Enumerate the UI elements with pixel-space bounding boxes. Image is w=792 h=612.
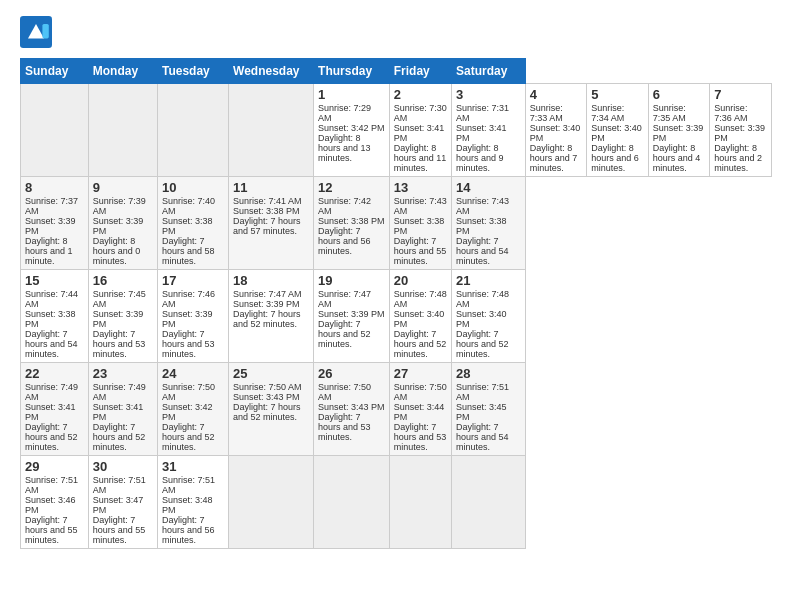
calendar-cell-day-22: 22Sunrise: 7:49 AMSunset: 3:41 PMDayligh… [21, 363, 89, 456]
calendar-cell-day-28: 28Sunrise: 7:51 AMSunset: 3:45 PMDayligh… [452, 363, 526, 456]
calendar-week-4: 22Sunrise: 7:49 AMSunset: 3:41 PMDayligh… [21, 363, 772, 456]
calendar-week-2: 8Sunrise: 7:37 AMSunset: 3:39 PMDaylight… [21, 177, 772, 270]
calendar-cell-day-1: 1Sunrise: 7:29 AMSunset: 3:42 PMDaylight… [314, 84, 390, 177]
header-day-monday: Monday [88, 59, 157, 84]
calendar-body: 1Sunrise: 7:29 AMSunset: 3:42 PMDaylight… [21, 84, 772, 549]
page: SundayMondayTuesdayWednesdayThursdayFrid… [0, 0, 792, 612]
calendar-cell-day-24: 24Sunrise: 7:50 AMSunset: 3:42 PMDayligh… [157, 363, 228, 456]
calendar-cell-day-21: 21Sunrise: 7:48 AMSunset: 3:40 PMDayligh… [452, 270, 526, 363]
calendar-cell-day-29: 29Sunrise: 7:51 AMSunset: 3:46 PMDayligh… [21, 456, 89, 549]
calendar-header-row: SundayMondayTuesdayWednesdayThursdayFrid… [21, 59, 772, 84]
calendar-cell-day-25: 25Sunrise: 7:50 AMSunset: 3:43 PMDayligh… [229, 363, 314, 456]
empty-cell [452, 456, 526, 549]
calendar-cell-day-6: 6Sunrise: 7:35 AMSunset: 3:39 PMDaylight… [648, 84, 710, 177]
calendar-cell-day-23: 23Sunrise: 7:49 AMSunset: 3:41 PMDayligh… [88, 363, 157, 456]
header [20, 16, 772, 48]
header-day-tuesday: Tuesday [157, 59, 228, 84]
calendar-cell-day-7: 7Sunrise: 7:36 AMSunset: 3:39 PMDaylight… [710, 84, 772, 177]
empty-cell [389, 456, 451, 549]
calendar-cell-day-4: 4Sunrise: 7:33 AMSunset: 3:40 PMDaylight… [525, 84, 587, 177]
empty-cell [229, 84, 314, 177]
calendar-cell-day-2: 2Sunrise: 7:30 AMSunset: 3:41 PMDaylight… [389, 84, 451, 177]
empty-cell [314, 456, 390, 549]
calendar-week-3: 15Sunrise: 7:44 AMSunset: 3:38 PMDayligh… [21, 270, 772, 363]
calendar-cell-day-30: 30Sunrise: 7:51 AMSunset: 3:47 PMDayligh… [88, 456, 157, 549]
calendar-cell-day-18: 18Sunrise: 7:47 AMSunset: 3:39 PMDayligh… [229, 270, 314, 363]
calendar-cell-day-16: 16Sunrise: 7:45 AMSunset: 3:39 PMDayligh… [88, 270, 157, 363]
calendar-cell-day-13: 13Sunrise: 7:43 AMSunset: 3:38 PMDayligh… [389, 177, 451, 270]
empty-cell [229, 456, 314, 549]
calendar-cell-day-26: 26Sunrise: 7:50 AMSunset: 3:43 PMDayligh… [314, 363, 390, 456]
header-day-saturday: Saturday [452, 59, 526, 84]
calendar-cell-day-14: 14Sunrise: 7:43 AMSunset: 3:38 PMDayligh… [452, 177, 526, 270]
empty-cell [157, 84, 228, 177]
calendar-cell-day-5: 5Sunrise: 7:34 AMSunset: 3:40 PMDaylight… [587, 84, 649, 177]
calendar-week-5: 29Sunrise: 7:51 AMSunset: 3:46 PMDayligh… [21, 456, 772, 549]
calendar-cell-day-17: 17Sunrise: 7:46 AMSunset: 3:39 PMDayligh… [157, 270, 228, 363]
calendar-week-1: 1Sunrise: 7:29 AMSunset: 3:42 PMDaylight… [21, 84, 772, 177]
calendar-cell-day-19: 19Sunrise: 7:47 AMSunset: 3:39 PMDayligh… [314, 270, 390, 363]
logo [20, 16, 56, 48]
calendar-cell-day-31: 31Sunrise: 7:51 AMSunset: 3:48 PMDayligh… [157, 456, 228, 549]
svg-rect-2 [42, 24, 48, 38]
empty-cell [88, 84, 157, 177]
calendar-cell-day-9: 9Sunrise: 7:39 AMSunset: 3:39 PMDaylight… [88, 177, 157, 270]
calendar-cell-day-10: 10Sunrise: 7:40 AMSunset: 3:38 PMDayligh… [157, 177, 228, 270]
header-day-thursday: Thursday [314, 59, 390, 84]
calendar-cell-day-15: 15Sunrise: 7:44 AMSunset: 3:38 PMDayligh… [21, 270, 89, 363]
calendar-cell-day-3: 3Sunrise: 7:31 AMSunset: 3:41 PMDaylight… [452, 84, 526, 177]
calendar-cell-day-27: 27Sunrise: 7:50 AMSunset: 3:44 PMDayligh… [389, 363, 451, 456]
header-day-friday: Friday [389, 59, 451, 84]
empty-cell [21, 84, 89, 177]
calendar-cell-day-11: 11Sunrise: 7:41 AMSunset: 3:38 PMDayligh… [229, 177, 314, 270]
calendar-cell-day-20: 20Sunrise: 7:48 AMSunset: 3:40 PMDayligh… [389, 270, 451, 363]
header-day-sunday: Sunday [21, 59, 89, 84]
logo-icon [20, 16, 52, 48]
calendar-cell-day-8: 8Sunrise: 7:37 AMSunset: 3:39 PMDaylight… [21, 177, 89, 270]
header-day-wednesday: Wednesday [229, 59, 314, 84]
calendar-cell-day-12: 12Sunrise: 7:42 AMSunset: 3:38 PMDayligh… [314, 177, 390, 270]
calendar-table: SundayMondayTuesdayWednesdayThursdayFrid… [20, 58, 772, 549]
